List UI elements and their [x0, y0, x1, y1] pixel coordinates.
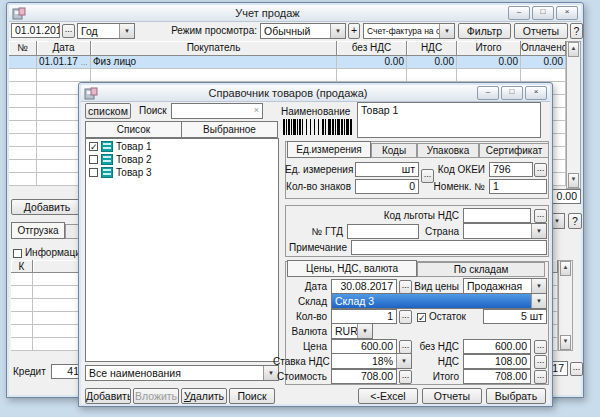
minimize-button[interactable]: – — [477, 86, 499, 100]
close-button[interactable]: × — [525, 86, 547, 100]
item-checkbox[interactable] — [89, 155, 98, 164]
okei-dots-button[interactable]: ... — [534, 163, 547, 177]
period-start-date-field[interactable]: 01.01.2017 — [11, 23, 60, 38]
tab-warehouses[interactable]: По складам — [417, 262, 545, 277]
list-item[interactable]: Товар 2 — [87, 153, 277, 166]
chevron-down-icon: ▼ — [531, 294, 546, 308]
qty-dots-button[interactable]: ... — [399, 310, 412, 324]
date-dots-button[interactable]: ... — [399, 280, 412, 294]
doc-type-combo[interactable]: Счет-фактура на отгрузку ▼ — [363, 23, 455, 39]
info-checkbox-row[interactable]: Информация — [13, 246, 86, 258]
clear-search-icon[interactable]: × — [254, 104, 259, 118]
tab-list[interactable]: Список — [85, 121, 182, 138]
tab-selected[interactable]: Выбранное — [182, 121, 278, 138]
warehouse-combo[interactable]: Склад 3 ▼ — [331, 293, 547, 309]
note-field[interactable] — [351, 240, 547, 255]
reports-button[interactable]: Отчеты — [422, 388, 482, 404]
window-icon — [84, 87, 99, 100]
close-button[interactable]: × — [556, 6, 578, 20]
tab-codes[interactable]: Коды — [371, 143, 417, 158]
maximize-button[interactable]: □ — [501, 86, 523, 100]
scroll-down-icon[interactable]: ▼ — [560, 335, 571, 350]
item-checkbox[interactable]: ✓ — [89, 142, 98, 151]
date-field[interactable]: 30.08.2017 — [331, 279, 397, 294]
reports-button[interactable]: Отчеты — [514, 23, 568, 39]
view-mode-combo[interactable]: Обычный ▼ — [260, 23, 346, 39]
maximize-button[interactable]: □ — [532, 6, 554, 20]
date-picker-button[interactable]: ... — [62, 24, 75, 38]
filter-button[interactable]: Фильтр — [458, 23, 511, 39]
okei-field[interactable]: 796 — [489, 162, 533, 177]
price-field[interactable]: 600.00 — [331, 339, 397, 354]
product-name-input[interactable]: Товар 1 — [357, 102, 541, 138]
search-input[interactable]: × — [171, 103, 263, 119]
total-dots-button[interactable]: ... — [534, 370, 547, 384]
digits-field[interactable]: 0 — [355, 179, 419, 194]
item-checkbox[interactable] — [89, 168, 98, 177]
select-button[interactable]: Выбрать — [486, 388, 546, 404]
total-field[interactable]: 708.00 — [463, 369, 531, 384]
tab-prices[interactable]: Цены, НДС, валюта — [287, 260, 417, 277]
cost-dots-button[interactable]: ... — [399, 370, 412, 384]
delete-button[interactable]: Удалить — [181, 388, 227, 404]
add-button[interactable]: Добавить — [85, 388, 131, 404]
search-button[interactable]: Поиск — [229, 388, 275, 404]
list-item[interactable]: ✓ Товар 1 — [87, 140, 277, 153]
list-item-label: Товар 3 — [116, 166, 152, 179]
detail-table-scrollbar[interactable]: ▲ ▼ — [558, 260, 573, 351]
country-combo[interactable]: ▼ — [463, 223, 547, 239]
scroll-up-icon[interactable]: ▲ — [568, 42, 579, 57]
col-vat: НДС — [407, 41, 457, 56]
vat-rate-combo[interactable]: 18% ▼ — [331, 353, 412, 369]
okei-label: Код ОКЕИ — [435, 163, 485, 177]
price-type-combo[interactable]: Продажная ▼ — [463, 278, 547, 294]
plus-button[interactable]: + — [348, 23, 360, 39]
qty-field[interactable]: 1 — [331, 309, 397, 324]
gtd-field[interactable] — [347, 224, 419, 239]
info-checkbox[interactable] — [13, 249, 22, 258]
vat-benefit-dots-button[interactable]: ... — [534, 209, 547, 223]
scroll-up-icon[interactable]: ▲ — [560, 261, 571, 276]
table-row[interactable] — [9, 69, 566, 82]
tab-shipment[interactable]: Отгрузка — [11, 222, 65, 239]
excel-button[interactable]: <-Excel — [358, 388, 418, 404]
vat-field[interactable]: 108.00 — [463, 354, 531, 369]
tab-certificate[interactable]: Сертификат — [479, 143, 549, 158]
cost-field[interactable]: 708.00 — [331, 369, 397, 384]
as-list-button[interactable]: списком — [85, 103, 131, 119]
name-filter-combo[interactable]: Все наименования ▼ — [85, 365, 279, 381]
year-picker-button[interactable]: ... — [570, 362, 583, 376]
rest-checkbox-label: Остаток — [429, 311, 466, 322]
bottom-help-button[interactable]: ? — [568, 213, 582, 229]
period-combo[interactable]: Год ▼ — [77, 23, 135, 39]
tab-units[interactable]: Ед.измерения — [287, 141, 371, 158]
search-label: Поиск — [139, 104, 167, 118]
rest-checkbox[interactable]: ✓ — [417, 313, 426, 322]
nomen-field[interactable]: 1 — [489, 179, 547, 194]
col-num: № — [9, 41, 37, 56]
digits-label: Кол-во знаков — [285, 180, 351, 194]
list-item[interactable]: Товар 3 — [87, 166, 277, 179]
sales-table-scrollbar[interactable]: ▲ ▼ — [566, 41, 581, 189]
vat-dots-button[interactable]: ... — [534, 355, 547, 369]
vat-benefit-field[interactable] — [463, 208, 531, 223]
tab-packaging[interactable]: Упаковка — [417, 143, 479, 158]
col-novat: без НДС — [337, 41, 407, 56]
rest-checkbox-row[interactable]: ✓ Остаток — [417, 310, 466, 324]
no-vat-field[interactable]: 600.00 — [463, 339, 531, 354]
note-label: Примечание — [285, 241, 347, 255]
minimize-button[interactable]: – — [508, 6, 530, 20]
add-row-button[interactable]: Добавить — [11, 199, 83, 215]
help-button[interactable]: ? — [570, 23, 583, 39]
nomen-label: Номенк. № — [429, 180, 485, 194]
unit-field[interactable]: шт — [355, 162, 419, 177]
table-row-selected[interactable]: 01.01.17 ... Физ лицо 0.00 0.00 0.00 0.0… — [9, 56, 566, 69]
maximize-icon: □ — [541, 7, 546, 16]
list-item-label: Товар 2 — [116, 153, 152, 166]
no-vat-dots-button[interactable]: ... — [534, 340, 547, 354]
price-dots-button[interactable]: ... — [399, 340, 412, 354]
dialog-title: Справочник товаров (продажа) — [99, 87, 477, 99]
window-icon — [12, 7, 27, 20]
currency-combo[interactable]: RUR ▼ — [331, 323, 373, 339]
scroll-down-icon[interactable]: ▼ — [568, 173, 579, 188]
